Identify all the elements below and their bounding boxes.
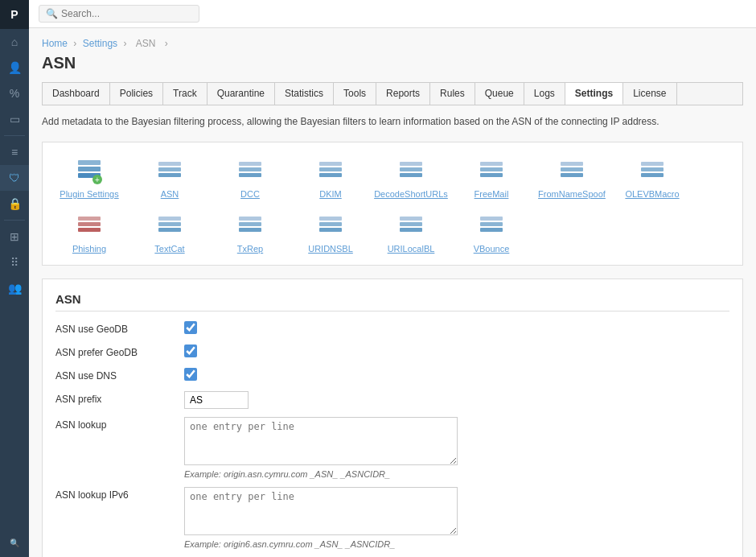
sidebar-item-home[interactable]: ⌂ bbox=[0, 29, 29, 55]
tab-queue[interactable]: Queue bbox=[475, 83, 524, 105]
svg-rect-32 bbox=[239, 217, 261, 221]
tab-tools[interactable]: Tools bbox=[334, 83, 376, 105]
txrep-icon bbox=[234, 208, 266, 241]
tab-bar: Dashboard Policies Track Quarantine Stat… bbox=[42, 82, 743, 105]
sidebar-item-percent[interactable]: % bbox=[0, 80, 29, 106]
tab-dashboard[interactable]: Dashboard bbox=[43, 83, 110, 105]
sidebar-item-monitor[interactable]: ▭ bbox=[0, 106, 29, 132]
svg-rect-7 bbox=[158, 173, 181, 177]
vbounce-icon bbox=[475, 208, 507, 241]
textarea-asn-lookup[interactable] bbox=[184, 417, 458, 465]
form-row-asn-lookup-ipv6: ASN lookup IPv6 Example: origin6.asn.cym… bbox=[55, 487, 729, 549]
plugin-item-phishing[interactable]: Phishing bbox=[49, 204, 129, 258]
plugin-item-dcc[interactable]: DCC bbox=[210, 149, 290, 204]
plugin-settings-icon: + bbox=[73, 154, 105, 186]
svg-rect-11 bbox=[319, 162, 342, 166]
input-asn-prefix[interactable] bbox=[184, 391, 249, 409]
page-description: Add metadata to the Bayesian filtering p… bbox=[42, 115, 743, 129]
breadcrumb-asn: ASN bbox=[136, 38, 156, 49]
plugin-item-freemail[interactable]: FreeMail bbox=[451, 149, 532, 204]
urilocalbl-icon bbox=[395, 208, 427, 241]
breadcrumb-home[interactable]: Home bbox=[42, 38, 68, 49]
vbounce-label: VBounce bbox=[474, 244, 510, 254]
svg-rect-22 bbox=[561, 173, 583, 177]
tab-statistics[interactable]: Statistics bbox=[275, 83, 334, 105]
tab-quarantine[interactable]: Quarantine bbox=[207, 83, 275, 105]
plugin-item-textcat[interactable]: TextCat bbox=[129, 204, 210, 258]
plugin-item-vbounce[interactable]: VBounce bbox=[451, 204, 532, 258]
svg-rect-40 bbox=[400, 228, 422, 232]
search-input[interactable] bbox=[61, 8, 190, 19]
breadcrumb-settings[interactable]: Settings bbox=[83, 38, 117, 49]
urilocalbl-label: URILocalBL bbox=[388, 244, 435, 254]
asn-lookup-ipv6-example: Example: origin6.asn.cymru.com _ASN_ _AS… bbox=[184, 539, 729, 549]
checkbox-asn-use-dns[interactable] bbox=[184, 368, 197, 381]
plugin-item-dkim[interactable]: DKIM bbox=[290, 149, 371, 204]
form-row-asn-use-dns: ASN use DNS bbox=[55, 368, 729, 383]
tab-reports[interactable]: Reports bbox=[376, 83, 430, 105]
svg-rect-21 bbox=[561, 167, 583, 171]
sidebar-item-menu[interactable]: ≡ bbox=[0, 139, 29, 165]
plugin-item-fromnamespoof[interactable]: FromNameSpoof bbox=[532, 149, 612, 204]
tab-license[interactable]: License bbox=[623, 83, 676, 105]
svg-rect-24 bbox=[641, 167, 664, 171]
decodeshort-icon bbox=[395, 154, 427, 186]
checkbox-asn-use-geodb[interactable] bbox=[184, 321, 197, 334]
tab-logs[interactable]: Logs bbox=[524, 83, 565, 105]
plugin-settings-label: Plugin Settings bbox=[60, 189, 118, 199]
dkim-label: DKIM bbox=[319, 189, 342, 199]
asn-lookup-example: Example: origin.asn.cymru.com _ASN_ _ASN… bbox=[184, 469, 729, 479]
plugin-item-urilocalbl[interactable]: URILocalBL bbox=[371, 204, 451, 258]
plugin-item-decodeshort[interactable]: DecodeShortURLs bbox=[371, 149, 451, 204]
svg-rect-34 bbox=[239, 228, 261, 232]
svg-rect-41 bbox=[480, 217, 503, 221]
svg-rect-38 bbox=[400, 217, 422, 221]
tab-rules[interactable]: Rules bbox=[430, 83, 475, 105]
form-row-asn-prefix: ASN prefix bbox=[55, 391, 729, 409]
sidebar-item-dots[interactable]: ⠿ bbox=[0, 250, 29, 275]
search-box[interactable]: 🔍 bbox=[39, 5, 199, 23]
svg-rect-36 bbox=[319, 222, 342, 226]
svg-rect-12 bbox=[319, 167, 342, 171]
asn-icon bbox=[154, 154, 186, 186]
tab-policies[interactable]: Policies bbox=[110, 83, 163, 105]
plugin-item-asn[interactable]: ASN bbox=[129, 149, 210, 204]
textcat-label: TextCat bbox=[154, 244, 184, 254]
textarea-asn-lookup-ipv6[interactable] bbox=[184, 487, 458, 535]
dkim-icon bbox=[314, 154, 347, 186]
sidebar-divider-2 bbox=[4, 220, 25, 221]
svg-rect-5 bbox=[158, 162, 181, 166]
sidebar-divider-1 bbox=[4, 135, 25, 136]
plugin-item-txrep[interactable]: TxRep bbox=[210, 204, 290, 258]
plugin-item-olevbmacro[interactable]: OLEVBMacro bbox=[612, 149, 692, 204]
svg-rect-29 bbox=[158, 217, 181, 221]
svg-rect-18 bbox=[480, 167, 503, 171]
sidebar: P ⌂ 👤 % ▭ ≡ 🛡 🔒 ⊞ ⠿ 👥 🔍 bbox=[0, 0, 29, 557]
svg-rect-23 bbox=[641, 162, 664, 166]
checkbox-asn-prefer-geodb[interactable] bbox=[184, 345, 197, 357]
svg-rect-8 bbox=[239, 162, 261, 166]
asn-section-heading: ASN bbox=[55, 292, 729, 312]
sidebar-item-shield[interactable]: 🛡 bbox=[0, 165, 29, 191]
form-row-asn-lookup: ASN lookup Example: origin.asn.cymru.com… bbox=[55, 417, 729, 479]
label-asn-use-dns: ASN use DNS bbox=[55, 368, 184, 382]
svg-rect-19 bbox=[480, 173, 503, 177]
breadcrumb-trail: › bbox=[165, 38, 168, 49]
sidebar-expand-button[interactable]: 🔍 bbox=[0, 534, 29, 551]
tab-settings[interactable]: Settings bbox=[565, 83, 623, 105]
plugin-item-uridnsbl[interactable]: URIDNSBL bbox=[290, 204, 371, 258]
topbar: 🔍 bbox=[29, 0, 756, 28]
freemail-label: FreeMail bbox=[475, 189, 509, 199]
sidebar-item-user[interactable]: 👤 bbox=[0, 55, 29, 80]
tab-track[interactable]: Track bbox=[163, 83, 207, 105]
plugin-item-plugin-settings[interactable]: + Plugin Settings bbox=[49, 149, 129, 204]
sidebar-item-shield2[interactable]: 🔒 bbox=[0, 191, 29, 217]
svg-rect-20 bbox=[561, 162, 583, 166]
sidebar-item-people[interactable]: 👥 bbox=[0, 275, 29, 301]
form-row-asn-use-geodb: ASN use GeoDB bbox=[55, 321, 729, 336]
sidebar-item-grid[interactable]: ⊞ bbox=[0, 224, 29, 250]
label-asn-prefer-geodb: ASN prefer GeoDB bbox=[55, 345, 184, 358]
svg-rect-26 bbox=[78, 217, 101, 221]
label-asn-lookup-ipv6: ASN lookup IPv6 bbox=[55, 487, 184, 501]
txrep-label: TxRep bbox=[237, 244, 263, 254]
